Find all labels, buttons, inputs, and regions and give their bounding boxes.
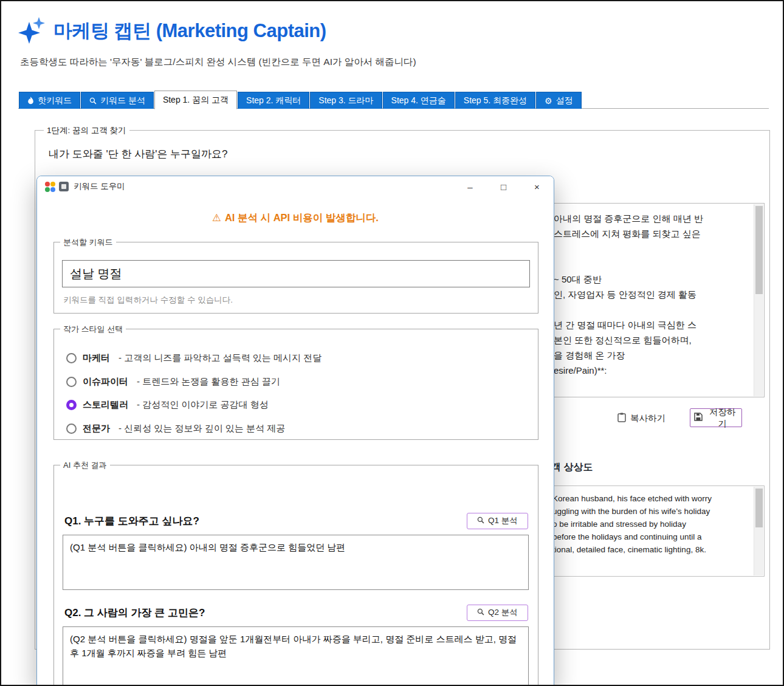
- tab-label: Step 3. 드라마: [318, 95, 373, 106]
- app-logo-sparkle-icon: [18, 17, 45, 44]
- copy-button[interactable]: 복사하기: [614, 412, 669, 425]
- q2-question: Q2. 그 사람의 가장 큰 고민은?: [64, 606, 205, 620]
- portrait-box-scrollbar[interactable]: [754, 487, 763, 575]
- style-option-expert[interactable]: 전문가 - 신뢰성 있는 정보와 깊이 있는 분석 제공: [66, 421, 285, 436]
- tab-hot-keywords[interactable]: 핫키워드: [19, 92, 80, 109]
- app-subtitle: 초등학생도 따라하는 '무자동' 블로그/스피치 완성 시스템 (빈칸으로 두면…: [20, 56, 416, 69]
- q1-analyze-button-label: Q1 분석: [488, 515, 518, 526]
- dream-customer-question: 내가 도와줄 '단 한 사람'은 누구일까요?: [49, 147, 228, 161]
- gear-icon: ⚙: [545, 96, 552, 106]
- tab-step4-alchemy[interactable]: Step 4. 연금술: [383, 92, 455, 109]
- keyword-helper-dialog: 키워드 도우미 – □ × ⚠AI 분석 시 API 비용이 발생합니다. 분석…: [36, 176, 554, 686]
- radio-unselected-icon[interactable]: [66, 353, 77, 363]
- result-box-scrollbar[interactable]: [754, 204, 763, 396]
- tab-step3-drama[interactable]: Step 3. 드라마: [310, 92, 382, 109]
- tab-label: Step 4. 연금술: [391, 95, 446, 106]
- dialog-title: 키워드 도우미: [74, 181, 125, 192]
- magnifier-icon: [89, 97, 97, 105]
- result-box-scrollbar-thumb[interactable]: [755, 206, 763, 294]
- app-grid-icon: [45, 182, 55, 192]
- q2-analyze-button-label: Q2 분석: [488, 607, 518, 618]
- tab-bar: 핫키워드 키워드 분석 Step 1. 꿈의 고객 Step 2. 캐릭터 St…: [19, 90, 582, 109]
- tab-step1-dream-customer[interactable]: Step 1. 꿈의 고객: [154, 91, 237, 109]
- customer-analysis-result-text: 아내의 명절 증후군으로 인해 매년 반 스트레스에 지쳐 평화를 되찾고 싶은…: [554, 211, 741, 378]
- tab-label: Step 5. 최종완성: [464, 95, 527, 106]
- ai-result-fieldset-legend: AI 추천 결과: [60, 460, 110, 471]
- dialog-titlebar[interactable]: 키워드 도우미 – □ ×: [37, 176, 554, 197]
- q1-header-row: Q1. 누구를 도와주고 싶나요? Q1 분석: [64, 512, 528, 530]
- keyword-hint: 키워드를 직접 입력하거나 수정할 수 있습니다.: [63, 295, 233, 306]
- writer-style-fieldset: 작가 스타일 선택 마케터 - 고객의 니즈를 파악하고 설득력 있는 메시지 …: [53, 329, 538, 440]
- tab-label: 키워드 분석: [100, 95, 145, 106]
- keyword-fieldset: 분석할 키워드 키워드를 직접 입력하거나 수정할 수 있습니다.: [53, 242, 538, 314]
- tab-label: Step 1. 꿈의 고객: [163, 95, 229, 106]
- api-cost-warning: ⚠AI 분석 시 API 비용이 발생합니다.: [37, 211, 554, 225]
- tab-step2-character[interactable]: Step 2. 캐릭터: [238, 92, 309, 109]
- tab-label: 설정: [556, 95, 573, 106]
- save-button[interactable]: 저장하기: [690, 408, 742, 427]
- maximize-button[interactable]: □: [487, 176, 520, 197]
- copy-button-label: 복사하기: [630, 413, 665, 424]
- minimize-button[interactable]: –: [453, 176, 487, 197]
- tab-keyword-analysis[interactable]: 키워드 분석: [81, 92, 154, 109]
- app-window: 마케팅 캡틴 (Marketing Captain) 초등학생도 따라하는 '무…: [0, 0, 784, 686]
- warning-icon: ⚠: [212, 212, 221, 223]
- q1-answer-textarea[interactable]: (Q1 분석 버튼을 클릭하세요) 아내의 명절 증후군으로 힘들었던 남편: [63, 535, 529, 590]
- close-button[interactable]: ×: [520, 176, 554, 197]
- clipboard-icon: [617, 413, 626, 424]
- step1-groupbox-legend: 1단계: 꿈의 고객 찾기: [44, 125, 129, 136]
- window-badge-icon: [59, 182, 69, 191]
- style-option-marketer[interactable]: 마케터 - 고객의 니즈를 파악하고 설득력 있는 메시지 전달: [66, 351, 322, 365]
- style-option-storyteller[interactable]: 스토리텔러 - 감성적인 이야기로 공감대 형성: [66, 397, 269, 412]
- q1-analyze-button[interactable]: Q1 분석: [467, 513, 528, 529]
- magnifier-icon: [477, 516, 484, 526]
- q2-analyze-button[interactable]: Q2 분석: [467, 605, 528, 621]
- tab-settings[interactable]: ⚙ 설정: [536, 92, 582, 109]
- q2-header-row: Q2. 그 사람의 가장 큰 고민은? Q2 분석: [64, 603, 528, 622]
- floppy-disk-icon: [694, 413, 703, 423]
- keyword-fieldset-legend: 분석할 키워드: [60, 237, 116, 248]
- radio-unselected-icon[interactable]: [66, 424, 77, 434]
- radio-unselected-icon[interactable]: [66, 377, 77, 387]
- style-option-issue-fighter[interactable]: 이슈파이터 - 트렌드와 논쟁을 활용한 관심 끌기: [66, 374, 280, 389]
- keyword-input[interactable]: [62, 260, 530, 287]
- api-cost-warning-text: AI 분석 시 API 비용이 발생합니다.: [225, 212, 379, 223]
- flame-icon: [27, 97, 34, 105]
- writer-style-fieldset-legend: 작가 스타일 선택: [60, 324, 126, 335]
- tab-label: 핫키워드: [38, 95, 72, 106]
- tab-label: Step 2. 캐릭터: [246, 95, 301, 106]
- customer-portrait-prompt-text: Korean husband, his face etched with wor…: [552, 492, 740, 556]
- q1-question: Q1. 누구를 도와주고 싶나요?: [64, 514, 199, 528]
- tab-step5-final[interactable]: Step 5. 최종완성: [455, 92, 535, 109]
- q2-answer-textarea[interactable]: (Q2 분석 버튼을 클릭하세요) 명절을 앞둔 1개월전부터 아내가 짜증을 …: [63, 626, 529, 685]
- save-button-label: 저장하기: [707, 406, 738, 430]
- portrait-box-scrollbar-thumb[interactable]: [755, 489, 763, 527]
- radio-selected-icon[interactable]: [66, 400, 77, 410]
- magnifier-icon: [477, 608, 484, 617]
- customer-portrait-title: 객 상상도: [551, 461, 593, 474]
- app-title: 마케팅 캡틴 (Marketing Captain): [53, 18, 326, 44]
- window-controls: – □ ×: [453, 176, 554, 197]
